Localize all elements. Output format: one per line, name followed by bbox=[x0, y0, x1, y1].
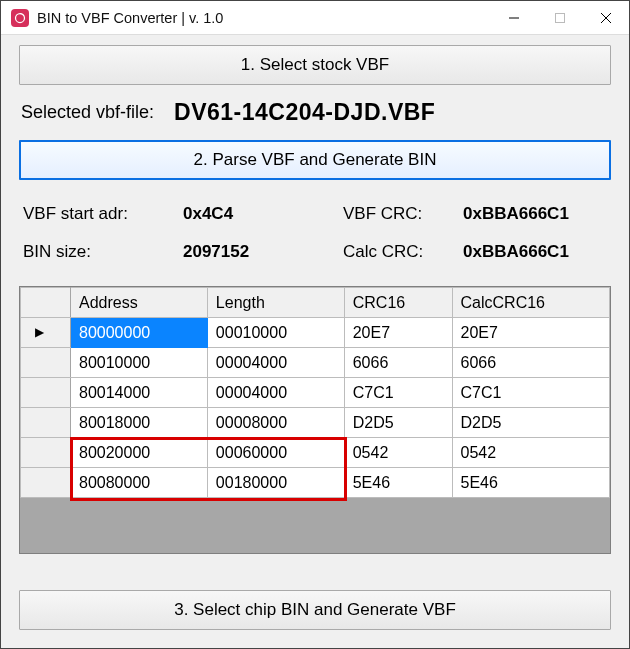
row-header-blank[interactable] bbox=[21, 288, 71, 318]
info-grid: VBF start adr: 0x4C4 VBF CRC: 0xBBA666C1… bbox=[23, 204, 607, 262]
col-calccrc16[interactable]: CalcCRC16 bbox=[452, 288, 609, 318]
cell-calccrc16[interactable]: D2D5 bbox=[452, 408, 609, 438]
titlebar: BIN to VBF Converter | v. 1.0 bbox=[1, 1, 629, 35]
cell-length[interactable]: 00004000 bbox=[207, 378, 344, 408]
cell-crc16[interactable]: 5E46 bbox=[344, 468, 452, 498]
cell-address[interactable]: 80018000 bbox=[71, 408, 208, 438]
row-header[interactable] bbox=[21, 438, 71, 468]
cell-calccrc16[interactable]: 0542 bbox=[452, 438, 609, 468]
selected-file-label: Selected vbf-file: bbox=[21, 102, 154, 123]
row-header[interactable] bbox=[21, 408, 71, 438]
cell-crc16[interactable]: C7C1 bbox=[344, 378, 452, 408]
table-row[interactable]: 800000000001000020E720E7 bbox=[21, 318, 610, 348]
col-length[interactable]: Length bbox=[207, 288, 344, 318]
cell-crc16[interactable]: 0542 bbox=[344, 438, 452, 468]
row-header[interactable] bbox=[21, 318, 71, 348]
data-table-container: Address Length CRC16 CalcCRC16 800000000… bbox=[19, 286, 611, 554]
app-icon bbox=[11, 9, 29, 27]
cell-length[interactable]: 00060000 bbox=[207, 438, 344, 468]
table-row[interactable]: 800100000000400060666066 bbox=[21, 348, 610, 378]
cell-address[interactable]: 80080000 bbox=[71, 468, 208, 498]
client-area: 1. Select stock VBF Selected vbf-file: D… bbox=[1, 35, 629, 648]
col-crc16[interactable]: CRC16 bbox=[344, 288, 452, 318]
maximize-button[interactable] bbox=[537, 1, 583, 34]
vbf-start-adr-value: 0x4C4 bbox=[183, 204, 343, 224]
bin-size-value: 2097152 bbox=[183, 242, 343, 262]
calc-crc-value: 0xBBA666C1 bbox=[463, 242, 607, 262]
vbf-start-adr-label: VBF start adr: bbox=[23, 204, 183, 224]
cell-length[interactable]: 00010000 bbox=[207, 318, 344, 348]
cell-address[interactable]: 80010000 bbox=[71, 348, 208, 378]
data-table[interactable]: Address Length CRC16 CalcCRC16 800000000… bbox=[20, 287, 610, 498]
vbf-crc-value: 0xBBA666C1 bbox=[463, 204, 607, 224]
cell-length[interactable]: 00004000 bbox=[207, 348, 344, 378]
table-row[interactable]: 8001800000008000D2D5D2D5 bbox=[21, 408, 610, 438]
close-button[interactable] bbox=[583, 1, 629, 34]
row-header[interactable] bbox=[21, 378, 71, 408]
cell-crc16[interactable]: D2D5 bbox=[344, 408, 452, 438]
cell-crc16[interactable]: 6066 bbox=[344, 348, 452, 378]
vbf-crc-label: VBF CRC: bbox=[343, 204, 463, 224]
select-stock-vbf-button[interactable]: 1. Select stock VBF bbox=[19, 45, 611, 85]
selected-file-value: DV61-14C204-DJD.VBF bbox=[174, 99, 435, 126]
select-chip-bin-button[interactable]: 3. Select chip BIN and Generate VBF bbox=[19, 590, 611, 630]
table-row[interactable]: 8001400000004000C7C1C7C1 bbox=[21, 378, 610, 408]
cell-calccrc16[interactable]: 20E7 bbox=[452, 318, 609, 348]
minimize-button[interactable] bbox=[491, 1, 537, 34]
svg-rect-2 bbox=[556, 13, 565, 22]
cell-crc16[interactable]: 20E7 bbox=[344, 318, 452, 348]
parse-vbf-button[interactable]: 2. Parse VBF and Generate BIN bbox=[19, 140, 611, 180]
cell-address[interactable]: 80020000 bbox=[71, 438, 208, 468]
bin-size-label: BIN size: bbox=[23, 242, 183, 262]
cell-address[interactable]: 80000000 bbox=[71, 318, 208, 348]
cell-calccrc16[interactable]: 6066 bbox=[452, 348, 609, 378]
row-header[interactable] bbox=[21, 348, 71, 378]
col-address[interactable]: Address bbox=[71, 288, 208, 318]
row-header[interactable] bbox=[21, 468, 71, 498]
calc-crc-label: Calc CRC: bbox=[343, 242, 463, 262]
app-window: BIN to VBF Converter | v. 1.0 1. Select … bbox=[0, 0, 630, 649]
cell-address[interactable]: 80014000 bbox=[71, 378, 208, 408]
cell-calccrc16[interactable]: C7C1 bbox=[452, 378, 609, 408]
table-row[interactable]: 800200000006000005420542 bbox=[21, 438, 610, 468]
selected-file-row: Selected vbf-file: DV61-14C204-DJD.VBF bbox=[19, 95, 611, 130]
cell-calccrc16[interactable]: 5E46 bbox=[452, 468, 609, 498]
cell-length[interactable]: 00180000 bbox=[207, 468, 344, 498]
table-row[interactable]: 80080000001800005E465E46 bbox=[21, 468, 610, 498]
window-title: BIN to VBF Converter | v. 1.0 bbox=[37, 10, 223, 26]
cell-length[interactable]: 00008000 bbox=[207, 408, 344, 438]
